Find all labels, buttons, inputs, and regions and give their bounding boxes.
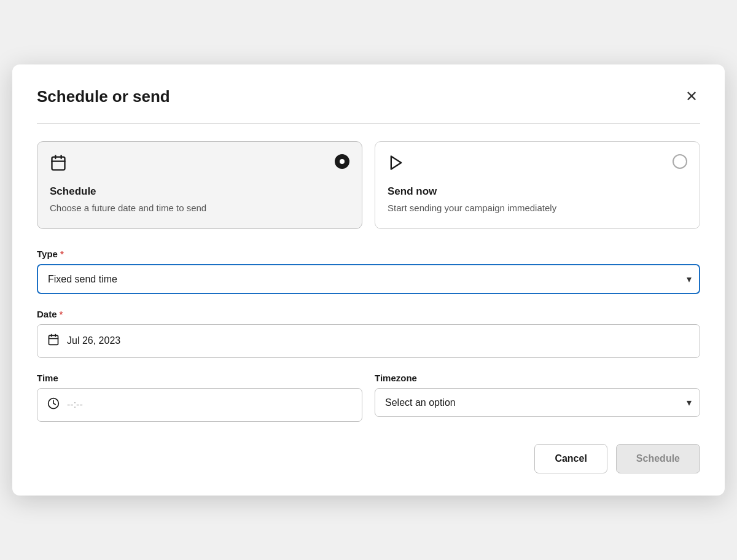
clock-icon <box>47 397 60 413</box>
timezone-field-group: Timezone Select an option ▾ <box>375 373 700 422</box>
option-card-schedule[interactable]: Schedule Choose a future date and time t… <box>37 141 362 229</box>
date-value: Jul 26, 2023 <box>67 335 120 346</box>
svg-marker-4 <box>391 157 401 169</box>
time-field-group: Time --:-- <box>37 373 362 422</box>
time-timezone-row: Time --:-- Timezone Select an option <box>37 373 700 422</box>
dialog-header: Schedule or send ✕ <box>37 87 700 106</box>
date-label: Date * <box>37 309 700 319</box>
date-icon <box>47 333 60 349</box>
date-input-wrapper[interactable]: Jul 26, 2023 <box>37 324 700 358</box>
option-card-top-schedule <box>50 154 349 176</box>
cancel-button[interactable]: Cancel <box>534 444 607 473</box>
dialog-title: Schedule or send <box>37 87 170 106</box>
send-now-option-title: Send now <box>388 185 687 198</box>
calendar-icon <box>50 154 67 176</box>
option-card-send-now[interactable]: Send now Start sending your campaign imm… <box>375 141 700 229</box>
send-icon <box>388 154 405 176</box>
schedule-option-description: Choose a future date and time to send <box>50 201 349 215</box>
schedule-button[interactable]: Schedule <box>616 444 700 473</box>
type-select[interactable]: Fixed send time Scheduled by recipient t… <box>37 264 700 294</box>
timezone-select-wrapper: Select an option ▾ <box>375 388 700 417</box>
option-card-top-send-now <box>388 154 687 176</box>
schedule-or-send-dialog: Schedule or send ✕ Schedule Choose a fut… <box>12 64 725 496</box>
options-row: Schedule Choose a future date and time t… <box>37 141 700 229</box>
divider <box>37 123 700 124</box>
date-field-group: Date * Jul 26, 2023 <box>37 309 700 358</box>
schedule-radio[interactable] <box>335 154 349 169</box>
timezone-label: Timezone <box>375 373 700 383</box>
type-field-group: Type * Fixed send time Scheduled by reci… <box>37 249 700 294</box>
send-now-option-description: Start sending your campaign immediately <box>388 201 687 215</box>
close-button[interactable]: ✕ <box>683 87 700 106</box>
time-placeholder: --:-- <box>67 399 83 410</box>
type-label: Type * <box>37 249 700 259</box>
svg-rect-0 <box>52 157 65 170</box>
send-now-radio[interactable] <box>673 154 687 169</box>
time-input-wrapper[interactable]: --:-- <box>37 388 362 422</box>
dialog-footer: Cancel Schedule <box>37 444 700 473</box>
schedule-option-title: Schedule <box>50 185 349 198</box>
type-required-star: * <box>60 249 64 259</box>
type-select-wrapper: Fixed send time Scheduled by recipient t… <box>37 264 700 294</box>
time-label: Time <box>37 373 362 383</box>
timezone-select[interactable]: Select an option <box>375 388 700 417</box>
svg-rect-5 <box>49 335 58 344</box>
date-required-star: * <box>60 309 63 319</box>
